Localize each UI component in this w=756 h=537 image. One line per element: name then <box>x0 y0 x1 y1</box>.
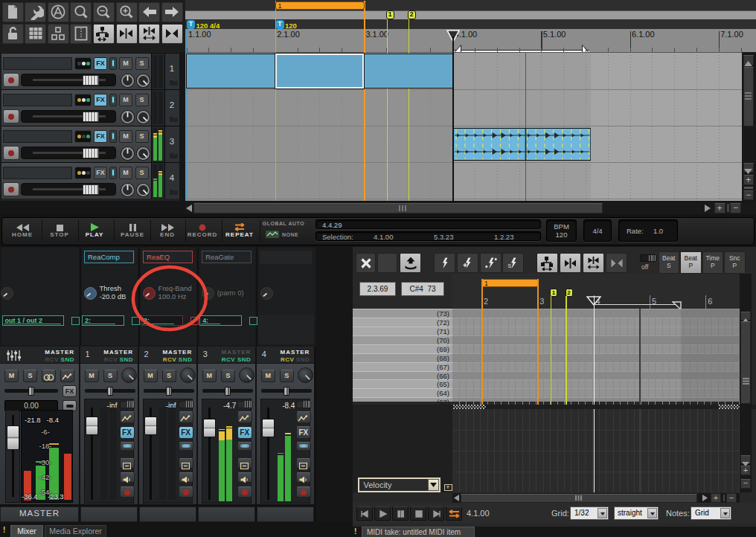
svg-text:S: S <box>507 263 511 268</box>
